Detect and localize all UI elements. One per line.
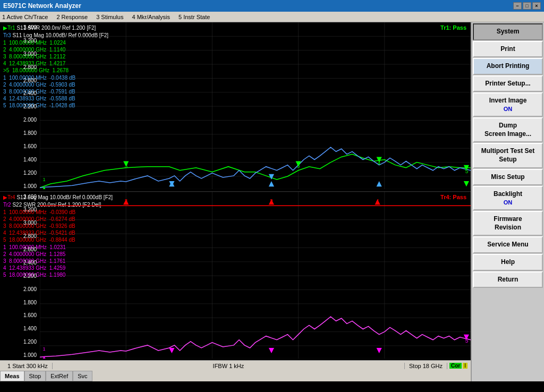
maximize-button[interactable]: □ — [523, 2, 531, 10]
multiport-button[interactable]: Multiport Test SetSetup — [473, 143, 543, 168]
backlight-button[interactable]: Backlight ON — [473, 186, 543, 210]
close-button[interactable]: × — [532, 2, 541, 10]
y-axis-top: 3.4003.2003.0002.800 2.6002.4002.2002.00… — [0, 22, 40, 191]
minimize-button[interactable]: − — [513, 2, 522, 10]
menu-bar: 1 Active Ch/Trace 2 Response 3 Stimulus … — [0, 12, 544, 22]
tab-bar: Meas Stop ExtRef Svc — [0, 371, 471, 381]
stop-freq: Stop 18 GHz — [405, 363, 447, 369]
abort-printing-button[interactable]: Abort Printing — [473, 58, 543, 75]
cor-badge: Cor — [449, 363, 462, 369]
ifbw: IFBW 1 kHz — [53, 363, 405, 369]
svg-marker-67 — [377, 347, 382, 353]
window-title: E5071C Network Analyzer — [3, 2, 513, 10]
firmware-revision-button[interactable]: FirmwareRevision — [473, 211, 543, 236]
chart-bottom: ▶Tr4 S12 Log Mag 10.00dB/ Ref 0.000dB [F… — [0, 192, 471, 361]
dump-screen-button[interactable]: DumpScreen Image... — [473, 117, 543, 142]
menu-active-ch[interactable]: 1 Active Ch/Trace — [2, 14, 48, 20]
system-button[interactable]: System — [473, 23, 543, 40]
svg-marker-35 — [269, 181, 274, 186]
tr2-trace — [40, 317, 471, 357]
sidebar: System Print Abort Printing Printer Setu… — [471, 22, 544, 381]
status-flag: I — [463, 363, 468, 369]
printer-setup-button[interactable]: Printer Setup... — [473, 75, 543, 92]
start-freq: 1 Start 300 kHz — [3, 363, 53, 369]
menu-response[interactable]: 2 Response — [56, 14, 88, 20]
svg-marker-36 — [377, 181, 382, 186]
chart-area: ▶Tr1 S11 SWR 200.0m/ Ref 1.200 [F2] Tr3 … — [0, 22, 471, 381]
tab-extref[interactable]: ExtRef — [46, 371, 73, 381]
tab-stop[interactable]: Stop — [24, 371, 46, 381]
title-bar: E5071C Network Analyzer − □ × — [0, 0, 544, 12]
chart-top: ▶Tr1 S11 SWR 200.0m/ Ref 1.200 [F2] Tr3 … — [0, 22, 471, 192]
svg-marker-66 — [269, 347, 274, 353]
print-button[interactable]: Print — [473, 41, 543, 58]
chart-svg-bottom: 3 3 4 1 5 — [40, 192, 471, 359]
misc-setup-button[interactable]: Misc Setup — [473, 169, 543, 186]
svg-marker-65 — [169, 347, 174, 353]
main-area: ▶Tr1 S11 SWR 200.0m/ Ref 1.200 [F2] Tr3 … — [0, 22, 544, 381]
invert-image-button[interactable]: Invert Image ON — [473, 92, 543, 117]
svg-marker-37 — [464, 181, 469, 186]
tab-svc[interactable]: Svc — [73, 371, 92, 381]
menu-stimulus[interactable]: 3 Stimulus — [96, 14, 123, 20]
return-button[interactable]: Return — [473, 271, 543, 288]
tr1-trace — [40, 154, 471, 188]
menu-mkr[interactable]: 4 Mkr/Analysis — [132, 14, 170, 20]
y-axis-bottom: 3.4003.2003.0002.800 2.6002.4002.2002.00… — [0, 192, 40, 361]
menu-instr-state[interactable]: 5 Instr State — [178, 14, 210, 20]
svg-text:1: 1 — [43, 346, 46, 352]
status-bar: 1 Start 300 kHz IFBW 1 kHz Stop 18 GHz C… — [0, 360, 471, 371]
chart-svg-top: 3 3 4 2 3 4 5 1 — [40, 22, 471, 189]
help-button[interactable]: Help — [473, 254, 543, 271]
svg-text:5: 5 — [465, 337, 469, 343]
svg-text:1: 1 — [43, 177, 46, 182]
tab-meas[interactable]: Meas — [0, 371, 24, 381]
service-menu-button[interactable]: Service Menu — [473, 236, 543, 253]
